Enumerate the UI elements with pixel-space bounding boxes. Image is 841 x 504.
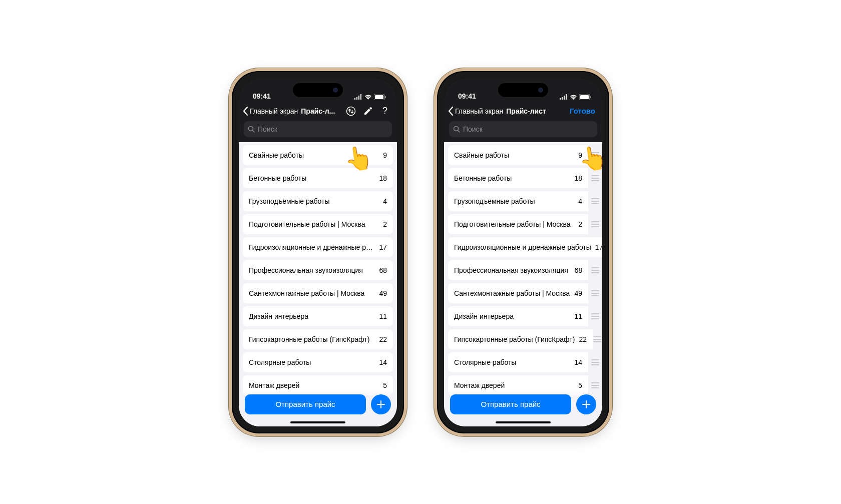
screen: 09:41 Главный экран Прайс-лист Готово По… (444, 78, 602, 426)
page-title: Прайс-лист (506, 107, 546, 115)
price-list: Свайные работы9Бетонные работы18Грузопод… (239, 142, 397, 426)
list-item[interactable]: Столярные работы14 (243, 352, 393, 372)
drag-handle[interactable] (588, 214, 602, 234)
back-button[interactable]: Главный экран (243, 107, 298, 116)
home-indicator[interactable] (290, 421, 345, 423)
list-item-count: 14 (379, 358, 387, 366)
back-button[interactable]: Главный экран (448, 107, 503, 116)
drag-handle-icon (591, 359, 599, 365)
cellular-icon (354, 94, 362, 100)
drag-handle[interactable] (588, 168, 602, 188)
list-item[interactable]: Столярные работы14 (448, 352, 588, 372)
price-list: Свайные работы9Бетонные работы18Грузопод… (444, 142, 602, 426)
back-label: Главный экран (250, 107, 298, 115)
list-item-wrapper: Бетонные работы18 (448, 168, 602, 188)
edit-button[interactable] (363, 106, 373, 116)
send-price-button[interactable]: Отправить прайс (245, 394, 366, 414)
list-item[interactable]: Бетонные работы18 (448, 168, 588, 188)
send-price-button[interactable]: Отправить прайс (450, 394, 571, 414)
list-item-count: 5 (383, 381, 387, 389)
search-input[interactable]: Поиск (449, 121, 597, 137)
list-item-label: Свайные работы (249, 151, 383, 159)
add-button[interactable] (576, 394, 596, 414)
drag-handle[interactable] (593, 329, 602, 349)
list-item-count: 11 (379, 312, 387, 320)
drag-handle[interactable] (588, 191, 602, 211)
drag-handle-icon (591, 267, 599, 273)
back-label: Главный экран (455, 107, 503, 115)
list-item-label: Бетонные работы (454, 174, 574, 182)
list-item[interactable]: Подготовительные работы | Москва2 (448, 214, 588, 234)
list-item-count: 14 (574, 358, 582, 366)
list-item[interactable]: Гипсокартонные работы (ГипсКрафт)22 (243, 329, 393, 349)
list-item-count: 4 (578, 197, 582, 205)
bottom-toolbar: Отправить прайс (239, 389, 397, 426)
list-item[interactable]: Сантехмонтажные работы | Москва49 (448, 283, 588, 303)
list-item-wrapper: Профессиональная звукоизоляция68 (448, 260, 602, 280)
drag-handle-icon (591, 152, 599, 158)
svg-rect-1 (375, 95, 383, 99)
plus-icon (376, 399, 386, 409)
list-item-label: Монтаж дверей (249, 381, 383, 389)
wifi-icon (364, 94, 372, 100)
list-item-wrapper: Гипсокартонные работы (ГипсКрафт)22 (448, 329, 602, 349)
list-item[interactable]: Профессиональная звукоизоляция68 (243, 260, 393, 280)
done-button[interactable]: Готово (570, 107, 598, 115)
list-item-wrapper: Грузоподъёмные работы4 (448, 191, 602, 211)
list-item-label: Гидроизоляционные и дренажные работы (249, 243, 379, 251)
search-input[interactable]: Поиск (244, 121, 392, 137)
help-button[interactable]: ? (380, 106, 390, 116)
list-item[interactable]: Гидроизоляционные и дренажные работы17 (448, 237, 602, 257)
plus-icon (581, 399, 591, 409)
svg-rect-2 (385, 96, 386, 98)
sort-button[interactable] (346, 106, 356, 116)
list-item[interactable]: Грузоподъёмные работы4 (448, 191, 588, 211)
list-item[interactable]: Гидроизоляционные и дренажные работы17 (243, 237, 393, 257)
drag-handle[interactable] (588, 352, 602, 372)
list-item-label: Монтаж дверей (454, 381, 578, 389)
list-item-count: 68 (379, 266, 387, 274)
battery-icon (579, 94, 591, 100)
drag-handle[interactable] (588, 283, 602, 303)
list-item-label: Дизайн интерьера (454, 312, 574, 320)
list-item-label: Гипсокартонные работы (ГипсКрафт) (249, 335, 379, 343)
phone-mockup-left: 09:41 Главный экран Прайс-л... ? (233, 72, 403, 432)
drag-handle[interactable] (588, 260, 602, 280)
list-item[interactable]: Свайные работы9 (448, 145, 588, 165)
list-item-count: 5 (578, 381, 582, 389)
list-item-count: 9 (383, 151, 387, 159)
dynamic-island (293, 83, 343, 97)
svg-rect-6 (580, 95, 589, 99)
drag-handle-icon (591, 198, 599, 204)
list-item[interactable]: Подготовительные работы | Москва2 (243, 214, 393, 234)
sort-icon (346, 106, 356, 116)
list-item[interactable]: Профессиональная звукоизоляция68 (448, 260, 588, 280)
status-indicators (354, 94, 386, 100)
list-item[interactable]: Гипсокартонные работы (ГипсКрафт)22 (448, 329, 593, 349)
list-item[interactable]: Бетонные работы18 (243, 168, 393, 188)
search-bar: Поиск (444, 121, 602, 142)
list-item-label: Сантехмонтажные работы | Москва (454, 289, 574, 297)
list-item-count: 18 (574, 174, 582, 182)
list-item-count: 49 (379, 289, 387, 297)
chevron-left-icon (448, 107, 454, 116)
list-item-label: Подготовительные работы | Москва (249, 220, 383, 228)
list-item[interactable]: Сантехмонтажные работы | Москва49 (243, 283, 393, 303)
list-item[interactable]: Свайные работы9 (243, 145, 393, 165)
add-button[interactable] (371, 394, 391, 414)
drag-handle-icon (591, 382, 599, 388)
home-indicator[interactable] (496, 421, 551, 423)
status-indicators (560, 94, 591, 100)
cellular-icon (560, 94, 568, 100)
drag-handle[interactable] (588, 306, 602, 326)
drag-handle-icon (591, 313, 599, 319)
list-item[interactable]: Дизайн интерьера11 (448, 306, 588, 326)
list-item[interactable]: Грузоподъёмные работы4 (243, 191, 393, 211)
content-area: Свайные работы9Бетонные работы18Грузопод… (444, 142, 602, 426)
list-item-count: 22 (379, 335, 387, 343)
list-item-count: 4 (383, 197, 387, 205)
list-item[interactable]: Дизайн интерьера11 (243, 306, 393, 326)
drag-handle[interactable] (588, 145, 602, 165)
list-item-count: 9 (578, 151, 582, 159)
list-item-label: Гидроизоляционные и дренажные работы (454, 243, 595, 251)
